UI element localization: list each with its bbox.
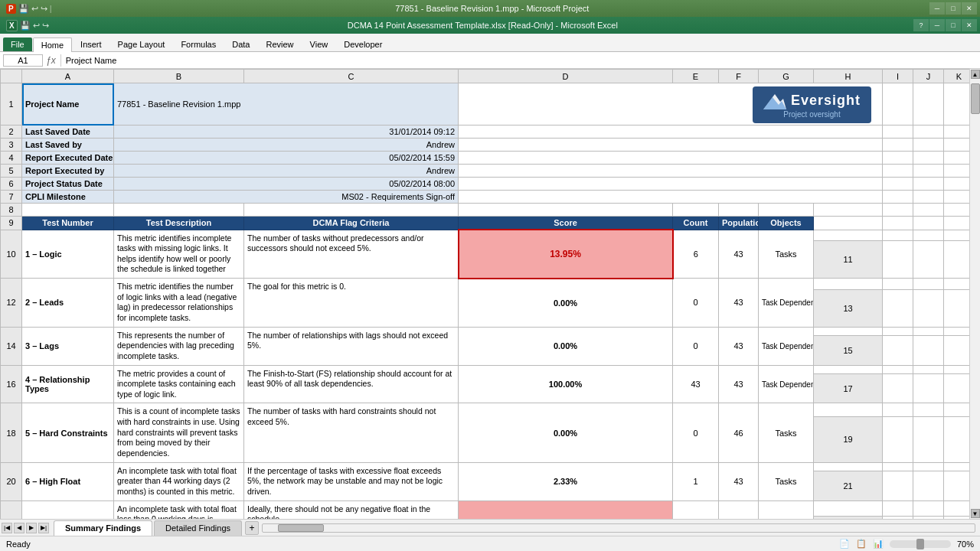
list-item: 12 2 – Leads This metric identifies the … [1, 279, 970, 289]
col-header-b[interactable]: B [114, 70, 244, 83]
qat-redo[interactable]: ↪ [41, 4, 47, 14]
table-row: 1 Project Name 77851 - Baseline Revision… [1, 83, 970, 126]
formula-divider [60, 54, 61, 67]
excel-title: DCMA 14 Point Assessment Template.xlsx [… [55, 21, 910, 30]
cell-j1 [913, 83, 944, 126]
tab-review[interactable]: Review [258, 37, 301, 51]
sheet-tab-bar: |◀ ◀ ▶ ▶| Summary Findings Detailed Find… [0, 519, 980, 536]
layout-normal-btn[interactable]: 📄 [839, 539, 850, 549]
table-header-row: 9 Test Number Test Description DCMA Flag… [1, 217, 970, 230]
excel-titlebar: X 💾 ↩ ↪ DCMA 14 Point Assessment Templat… [0, 17, 980, 34]
layout-break-btn[interactable]: 📊 [873, 539, 884, 549]
col-header-row[interactable] [1, 70, 22, 83]
header-test-number: Test Number [22, 217, 114, 230]
header-count: Count [673, 217, 719, 230]
minimize-btn[interactable]: ─ [929, 2, 945, 15]
header-test-description: Test Description [114, 217, 244, 230]
tab-detailed-findings[interactable]: Detailed Findings [154, 520, 242, 536]
col-header-k[interactable]: K [944, 70, 970, 83]
layout-page-btn[interactable]: 📋 [856, 539, 867, 549]
status-bar: Ready 📄 📋 📊 70% [0, 536, 980, 551]
cell-a1[interactable]: Project Name [22, 83, 114, 126]
excel-undo[interactable]: ↩ [33, 21, 40, 31]
col-header-g[interactable]: G [759, 70, 814, 83]
tab-file[interactable]: File [3, 37, 32, 51]
tab-add-sheet[interactable]: + [245, 521, 259, 535]
vertical-scrollbar[interactable]: ▲ ▼ [969, 69, 980, 519]
tab-insert[interactable]: Insert [73, 37, 109, 51]
col-header-c[interactable]: C [244, 70, 459, 83]
tab-summary-findings[interactable]: Summary Findings [54, 520, 152, 536]
list-item: 20 6 – High Float An incomplete task wit… [1, 462, 970, 471]
tab-developer[interactable]: Developer [336, 37, 390, 51]
col-header-a[interactable]: A [22, 70, 114, 83]
formula-fx: ƒx [46, 55, 56, 66]
table-row: 6 Project Status Date 05/02/2014 08:00 [1, 178, 970, 191]
project-icon: P [6, 4, 16, 14]
sheet-nav-first[interactable]: |◀ [2, 523, 12, 533]
excel-save[interactable]: 💾 [20, 21, 31, 31]
table-row: 8 [1, 204, 970, 217]
list-item: 18 5 – Hard Constraints This is a count … [1, 403, 970, 417]
excel-icon: X [6, 20, 18, 31]
horizontal-scrollbar[interactable] [262, 523, 975, 533]
header-dcma: DCMA Flag Criteria [244, 217, 459, 230]
sheet-nav-prev[interactable]: ◀ [14, 523, 24, 533]
cell-d1: Eversight Project oversight [459, 83, 883, 126]
row-num-1[interactable]: 1 [1, 83, 22, 126]
excel-help[interactable]: ? [913, 19, 929, 31]
table-row: 7 CPLI Milestone MS02 - Requirements Sig… [1, 191, 970, 204]
logo-name: Eversight [791, 93, 861, 109]
col-header-e[interactable]: E [673, 70, 719, 83]
header-population: Population [719, 217, 759, 230]
table-row: 4 Report Executed Date 05/02/2014 15:59 [1, 152, 970, 165]
list-item: 14 3 – Lags This represents the number o… [1, 327, 970, 335]
logo-subtitle: Project oversight [783, 110, 840, 119]
restore-btn[interactable]: □ [946, 2, 961, 15]
col-header-d[interactable]: D [459, 70, 673, 83]
list-item: 16 4 – Relationship Types The metric pro… [1, 365, 970, 373]
ribbon: File Home Insert Page Layout Formulas Da… [0, 34, 980, 52]
cell-i1 [883, 83, 913, 126]
formula-bar: ƒx Project Name [0, 52, 980, 69]
col-header-h[interactable]: H [814, 70, 883, 83]
tab-view[interactable]: View [302, 37, 336, 51]
table-row: 3 Last Saved by Andrew [1, 139, 970, 152]
sheet-nav-next[interactable]: ▶ [26, 523, 37, 533]
excel-minimize[interactable]: ─ [929, 19, 945, 31]
tab-data[interactable]: Data [224, 37, 257, 51]
project-titlebar: P 💾 ↩ ↪ | 77851 - Baseline Revision 1.mp… [0, 0, 980, 17]
formula-content: Project Name [66, 56, 117, 65]
header-score: Score [459, 217, 673, 230]
excel-restore[interactable]: □ [946, 19, 961, 31]
qat-save[interactable]: 💾 [18, 4, 29, 14]
table-row: 5 Report Executed by Andrew [1, 165, 970, 178]
status-ready: Ready [6, 540, 31, 549]
tab-formulas[interactable]: Formulas [173, 37, 224, 51]
col-header-f[interactable]: F [719, 70, 759, 83]
col-header-j[interactable]: J [913, 70, 944, 83]
col-header-i[interactable]: I [883, 70, 913, 83]
list-item: 22 7 – Negative Float An incomplete task… [1, 500, 970, 517]
zoom-slider[interactable] [890, 540, 951, 548]
spreadsheet-area: A B C D E F G H I J K L M N [0, 69, 980, 519]
table-row: 2 Last Saved Date 31/01/2014 09:12 [1, 126, 970, 139]
cell-k1 [944, 83, 970, 126]
project-title: 77851 - Baseline Revision 1.mpp - Micros… [58, 4, 926, 13]
excel-redo[interactable]: ↪ [42, 21, 49, 31]
tab-page-layout[interactable]: Page Layout [110, 37, 173, 51]
excel-close[interactable]: ✕ [962, 19, 977, 31]
sheet-nav-last[interactable]: ▶| [38, 523, 49, 533]
close-btn[interactable]: ✕ [962, 2, 977, 15]
tab-home[interactable]: Home [33, 37, 72, 52]
list-item: 10 1 – Logic This metric identifies inco… [1, 230, 970, 240]
cell-reference[interactable] [3, 54, 43, 67]
qat-undo[interactable]: ↩ [31, 4, 38, 14]
header-objects: Objects [759, 217, 814, 230]
cell-b1[interactable]: 77851 - Baseline Revision 1.mpp [114, 83, 459, 126]
zoom-level[interactable]: 70% [957, 540, 974, 549]
